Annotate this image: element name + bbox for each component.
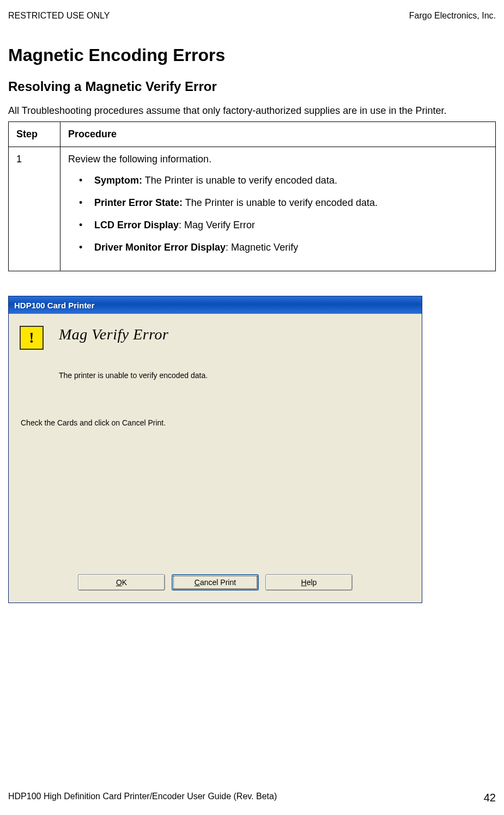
item-label: Printer Error State: (94, 197, 183, 208)
cancel-underline: C (195, 578, 200, 587)
ok-button[interactable]: OK (78, 574, 165, 591)
dialog-button-row: OK Cancel Print Help (9, 574, 422, 591)
col-procedure: Procedure (60, 122, 496, 147)
table-row: 1 Review the following information. Symp… (9, 147, 496, 271)
dialog-message-1: The printer is unable to verify encoded … (59, 370, 411, 380)
intro-text: All Troubleshooting procedures assume th… (8, 104, 496, 117)
cancel-print-button[interactable]: Cancel Print (172, 574, 259, 591)
page-title: Magnetic Encoding Errors (8, 45, 496, 65)
item-label: Driver Monitor Error Display (94, 242, 226, 253)
help-rest: elp (307, 578, 317, 587)
list-item: Printer Error State: The Printer is unab… (79, 197, 488, 209)
dialog-message-2: Check the Cards and click on Cancel Prin… (21, 418, 411, 427)
col-step: Step (9, 122, 60, 147)
item-text: The Printer is unable to verify encoded … (183, 197, 378, 208)
procedure-lead: Review the following information. (68, 154, 488, 165)
warning-icon: ! (20, 326, 44, 350)
list-item: Symptom: The Printer is unable to verify… (79, 175, 488, 186)
procedure-cell: Review the following information. Sympto… (60, 147, 496, 271)
help-underline: H (301, 578, 307, 587)
ok-underline: O (116, 578, 122, 587)
list-item: Driver Monitor Error Display: Magnetic V… (79, 242, 488, 253)
dialog-heading: Mag Verify Error (59, 326, 168, 343)
help-button[interactable]: Help (265, 574, 353, 591)
item-text: Mag Verify Error (181, 220, 255, 230)
cancel-rest: ancel Print (200, 578, 236, 587)
ok-rest: K (122, 578, 127, 587)
item-label: Symptom: (94, 175, 142, 186)
item-text: The Printer is unable to verify encoded … (142, 175, 337, 186)
dialog-body: ! Mag Verify Error The printer is unable… (9, 314, 422, 603)
error-dialog: HDP100 Card Printer ! Mag Verify Error T… (8, 296, 422, 603)
header-right: Fargo Electronics, Inc. (409, 11, 496, 21)
step-number: 1 (9, 147, 60, 271)
item-label: LCD Error Display (94, 220, 179, 230)
header-left: RESTRICTED USE ONLY (8, 11, 110, 21)
footer-left: HDP100 High Definition Card Printer/Enco… (8, 792, 277, 804)
item-text: Magnetic Verify (228, 242, 298, 253)
dialog-titlebar: HDP100 Card Printer (9, 296, 422, 314)
procedure-table: Step Procedure 1 Review the following in… (8, 121, 496, 271)
page-header: RESTRICTED USE ONLY Fargo Electronics, I… (8, 11, 496, 21)
table-header-row: Step Procedure (9, 122, 496, 147)
page-footer: HDP100 High Definition Card Printer/Enco… (8, 792, 496, 804)
section-title: Resolving a Magnetic Verify Error (8, 79, 496, 94)
page-number: 42 (484, 792, 496, 804)
list-item: LCD Error Display: Mag Verify Error (79, 220, 488, 231)
